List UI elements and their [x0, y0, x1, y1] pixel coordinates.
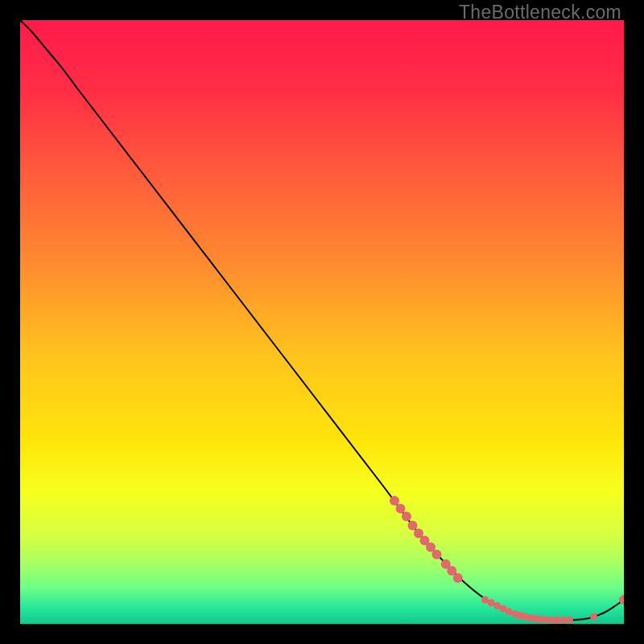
marker-dot: [432, 550, 442, 559]
bottleneck-chart: [20, 20, 624, 624]
marker-dot: [590, 613, 597, 621]
marker-dot: [453, 573, 463, 583]
marker-dot: [396, 504, 406, 514]
marker-dot: [402, 512, 411, 522]
marker-dot: [408, 521, 418, 530]
marker-dot: [566, 617, 573, 624]
chart-area: [20, 20, 624, 624]
gradient-background: [20, 20, 624, 624]
marker-dot: [390, 496, 399, 506]
